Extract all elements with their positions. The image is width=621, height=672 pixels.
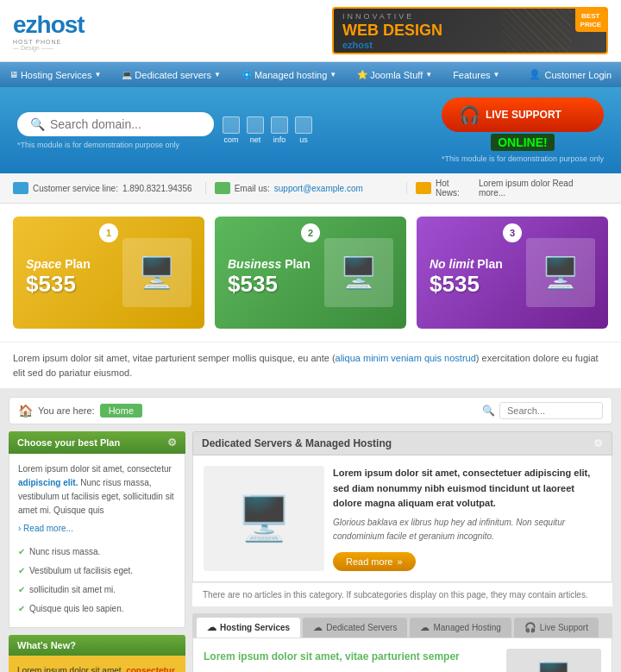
info-news: Hot News: Lorem ipsum dolor Read more...	[407, 179, 608, 198]
news-label: Hot News:	[436, 179, 474, 198]
email-link[interactable]: support@example.com	[274, 184, 363, 193]
online-status: ONLINE!	[442, 135, 604, 149]
header-banner: INNOVATIVE WEB DESIGN ezhost BEST PRICE	[332, 7, 608, 54]
tab-text-area: Lorem ipsum dolor sit amet, vitae partur…	[204, 649, 496, 672]
dedicated-body-title: Lorem ipsum dolor sit amet, consectetuer…	[333, 466, 601, 512]
checklist-item: ✔Nunc risus massa.	[18, 543, 176, 562]
tab-managed-hosting[interactable]: ☁ Managed Hosting	[410, 618, 511, 637]
phone-label: Customer service line:	[33, 184, 118, 193]
tab-icon-managed: ☁	[420, 622, 430, 633]
whats-new-title: What's New?	[9, 635, 185, 656]
server-icon-3: 🖥️	[542, 255, 580, 291]
plan-name-space: Space Plan	[26, 257, 91, 271]
nav-managed-hosting[interactable]: 💠 Managed hosting ▼	[231, 63, 347, 87]
plan-server-nolimit: 🖥️	[526, 238, 595, 307]
gear-icon[interactable]: ⚙	[167, 436, 177, 449]
sidebar-plan-content: Lorem ipsum dolor sit amet, consectetur …	[9, 454, 185, 628]
tab-hosting-services[interactable]: ☁ Hosting Services	[197, 618, 300, 637]
dedicated-gear-icon[interactable]: ⚙	[593, 437, 603, 449]
logo-text: ezhost	[13, 11, 85, 39]
online-badge: ONLINE!	[491, 134, 555, 151]
tab-content-title: Lorem ipsum dolor sit amet, vitae partur…	[204, 649, 496, 665]
search-glass-icon: 🔍	[482, 405, 495, 417]
dedicated-title: Dedicated Servers & Managed Hosting ⚙	[192, 431, 612, 455]
tabs: ☁ Hosting Services ☁ Dedicated Servers ☁…	[192, 613, 612, 637]
info-bar: Customer service line: 1.890.8321.94356 …	[0, 173, 621, 204]
search-section: 🔍 *This module is for demonstration purp…	[0, 87, 621, 173]
logo-tagline: HOST PHONE	[13, 39, 61, 45]
nav-joomla[interactable]: ⭐ Joomla Stuff ▼	[347, 63, 442, 87]
breadcrumb-search-area: 🔍	[482, 402, 603, 419]
tabs-content: Lorem ipsum dolor sit amet, vitae partur…	[192, 637, 612, 672]
plan-name-nolimit: No limit Plan	[430, 257, 503, 271]
plan-server-space: 🖥️	[122, 238, 191, 307]
plan-card-business[interactable]: 2 Business Plan $535 🖥️	[215, 217, 406, 329]
whats-new-section: What's New? Lorem ipsum dolor sit amet, …	[9, 635, 185, 672]
domain-com[interactable]: com	[223, 116, 240, 144]
email-label: Email us:	[235, 184, 270, 193]
search-note: *This module is for demonstration purpos…	[17, 141, 214, 149]
nav-dedicated-servers[interactable]: 💻 Dedicated servers ▼	[111, 63, 231, 87]
domain-options: com net info us	[223, 116, 312, 144]
server-image: 🖥️	[204, 466, 324, 571]
logo: ezhost HOST PHONE — Design ——	[13, 11, 85, 51]
plan-price-nolimit: $535	[430, 271, 503, 298]
server-icon-2: 🖥️	[340, 255, 378, 291]
live-support-button[interactable]: 🎧 LIVE SUPPORT	[442, 97, 604, 132]
plan-server-business: 🖥️	[324, 238, 393, 307]
search-box[interactable]: 🔍	[17, 112, 214, 136]
plan-number-2: 2	[301, 223, 320, 242]
dedicated-text: Lorem ipsum dolor sit amet, consectetuer…	[333, 466, 601, 571]
best-price-badge: BEST PRICE	[575, 9, 606, 32]
dedicated-read-more-btn[interactable]: Read more »	[333, 552, 416, 571]
breadcrumb-home[interactable]: Home	[100, 404, 142, 418]
plan-number-1: 1	[99, 223, 118, 242]
sidebar-read-more[interactable]: › Read more...	[18, 522, 176, 536]
main-nav: 🖥 Hosting Services ▼ 💻 Dedicated servers…	[0, 62, 621, 87]
plan-card-space[interactable]: 1 Space Plan $535 🖥️	[13, 217, 204, 329]
plan-price-space: $535	[26, 271, 91, 298]
right-content: Dedicated Servers & Managed Hosting ⚙ 🖥️…	[192, 431, 612, 672]
check-icon: ✔	[18, 545, 25, 559]
domain-net[interactable]: net	[247, 116, 264, 144]
check-icon: ✔	[18, 602, 25, 616]
nav-hosting-services[interactable]: 🖥 Hosting Services ▼	[0, 63, 111, 87]
tab-server-img: 🖥️	[506, 649, 601, 672]
home-icon: 🏠	[18, 404, 33, 418]
nav-features[interactable]: Features ▼	[442, 63, 510, 87]
tab-icon-hosting: ☁	[207, 622, 216, 633]
live-support-label: LIVE SUPPORT	[486, 109, 561, 121]
sidebar: Choose your best Plan ⚙ Lorem ipsum dolo…	[9, 431, 185, 672]
breadcrumb: 🏠 You are here: Home 🔍	[9, 397, 612, 424]
dedicated-body: 🖥️ Lorem ipsum dolor sit amet, consectet…	[192, 455, 612, 582]
sidebar-checklist: ✔Nunc risus massa. ✔Vestibulum ut facili…	[18, 543, 176, 619]
tab-server-image-area: 🖥️	[506, 649, 601, 672]
phone-number: 1.890.8321.94356	[122, 184, 192, 193]
server-icon: 🖥️	[138, 255, 176, 291]
nav-customer-login[interactable]: 👤 Customer Login	[518, 62, 621, 87]
domain-info[interactable]: info	[271, 116, 288, 144]
dedicated-note: There are no articles in this category. …	[192, 582, 612, 606]
tab-live-support[interactable]: 🎧 Live Support	[514, 618, 599, 637]
headset-icon: 🎧	[459, 104, 480, 125]
dedicated-body-text: Glorious baklava ex librus hup hey ad in…	[333, 516, 601, 543]
plans-section: 1 Space Plan $535 🖥️ 2 Business Plan $53…	[0, 204, 621, 342]
search-input[interactable]	[50, 117, 201, 131]
desc-link[interactable]: aliqua minim veniam quis nostrud	[336, 353, 476, 363]
plan-number-3: 3	[503, 223, 522, 242]
banner-innovative: INNOVATIVE	[342, 12, 442, 21]
check-icon: ✔	[18, 583, 25, 597]
phone-icon	[13, 182, 28, 194]
breadcrumb-search-input[interactable]	[499, 402, 603, 419]
sidebar-plan-title: Choose your best Plan ⚙	[9, 431, 185, 454]
whats-new-content: Lorem ipsum dolor sit amet, consectetur …	[9, 656, 185, 672]
info-email: Email us: support@example.com	[206, 182, 408, 194]
email-icon	[215, 182, 230, 194]
online-note: *This module is for demonstration purpos…	[442, 154, 604, 163]
tab-dedicated-servers[interactable]: ☁ Dedicated Servers	[303, 618, 407, 637]
domain-us[interactable]: us	[295, 116, 312, 144]
info-phone: Customer service line: 1.890.8321.94356	[13, 182, 206, 194]
plan-card-nolimit[interactable]: 3 No limit Plan $535 🖥️	[417, 217, 608, 329]
news-text: Lorem ipsum dolor Read more...	[479, 179, 599, 198]
description-section: Lorem ipsum dolor sit amet, vitae partur…	[0, 342, 621, 388]
